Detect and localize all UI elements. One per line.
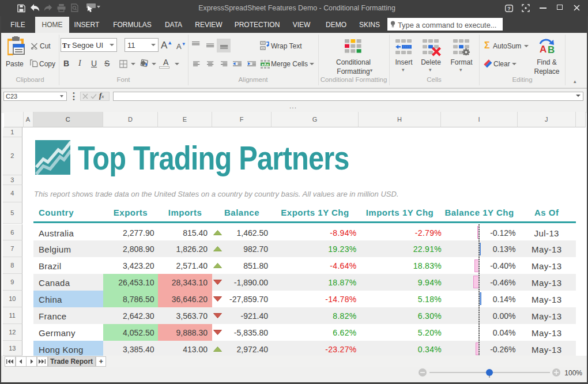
svg-text:A: A <box>540 44 546 54</box>
svg-text:B: B <box>548 44 555 54</box>
svg-text:▸A◂: ▸A◂ <box>261 62 269 66</box>
